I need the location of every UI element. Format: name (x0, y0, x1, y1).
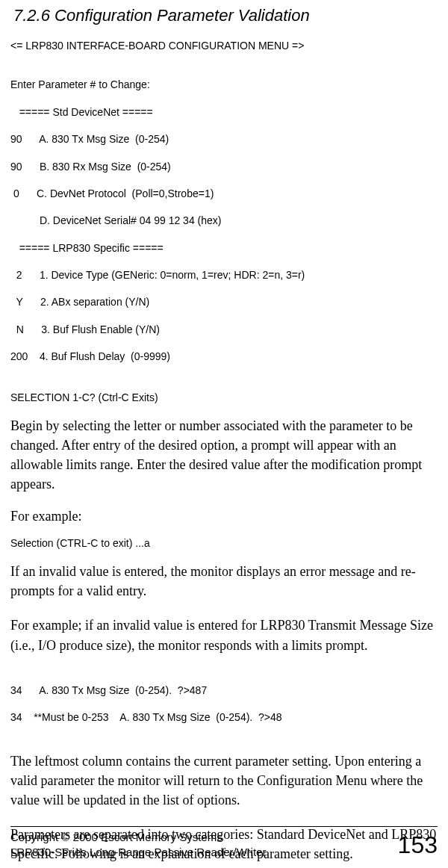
menu-row-1: 2 1. Device Type (GENeric: 0=norm, 1=rev… (10, 268, 438, 282)
invalid-example-line-2: 34 **Must be 0-253 A. 830 Tx Msg Size (0… (10, 710, 438, 724)
selection-prompt: SELECTION 1-C? (Ctrl-C Exits) (10, 391, 438, 404)
menu-header: <= LRP830 INTERFACE-BOARD CONFIGURATION … (10, 39, 438, 52)
menu-row-d: D. DeviceNet Serial# 04 99 12 34 (hex) (10, 214, 438, 227)
page-footer: Copyright © 2000 Escort Memory Systems L… (10, 826, 438, 859)
config-menu-block: Enter Parameter # to Change: ===== Std D… (10, 64, 438, 376)
std-divider: ===== Std DeviceNet ===== (10, 105, 438, 119)
section-heading: 7.2.6 Configuration Parameter Validation (13, 6, 438, 25)
copyright-line: Copyright © 2000 Escort Memory Systems (10, 830, 266, 845)
page-number: 153 (398, 831, 438, 859)
menu-row-3: N 3. Buf Flush Enable (Y/N) (10, 323, 438, 336)
param-prompt: Enter Parameter # to Change: (10, 78, 438, 91)
selection-example: Selection (CTRL-C to exit) ...a (10, 536, 438, 550)
product-line: LRP830-Series Long-Range Passive Reader/… (10, 845, 266, 860)
menu-row-c: 0 C. DevNet Protocol (Poll=0,Strobe=1) (10, 187, 438, 200)
footer-text-block: Copyright © 2000 Escort Memory Systems L… (10, 830, 266, 859)
body-paragraph-4: The leftmost column contains the current… (10, 751, 438, 810)
invalid-example-line-1: 34 A. 830 Tx Msg Size (0-254). ?>487 (10, 683, 438, 697)
menu-row-2: Y 2. ABx separation (Y/N) (10, 295, 438, 309)
lrp-divider: ===== LRP830 Specific ===== (10, 241, 438, 255)
body-paragraph-2: If an invalid value is entered, the moni… (10, 562, 438, 601)
for-example-label: For example: (10, 509, 438, 524)
menu-row-b: 90 B. 830 Rx Msg Size (0-254) (10, 160, 438, 173)
invalid-example-block: 34 A. 830 Tx Msg Size (0-254). ?>487 34 … (10, 670, 438, 738)
footer-rule (10, 826, 438, 827)
body-paragraph-3: For example; if an invalid value is ente… (10, 616, 438, 654)
menu-row-4: 200 4. Buf Flush Delay (0-9999) (10, 350, 438, 363)
body-paragraph-1: Begin by selecting the letter or number … (10, 416, 438, 494)
menu-row-a: 90 A. 830 Tx Msg Size (0-254) (10, 132, 438, 146)
